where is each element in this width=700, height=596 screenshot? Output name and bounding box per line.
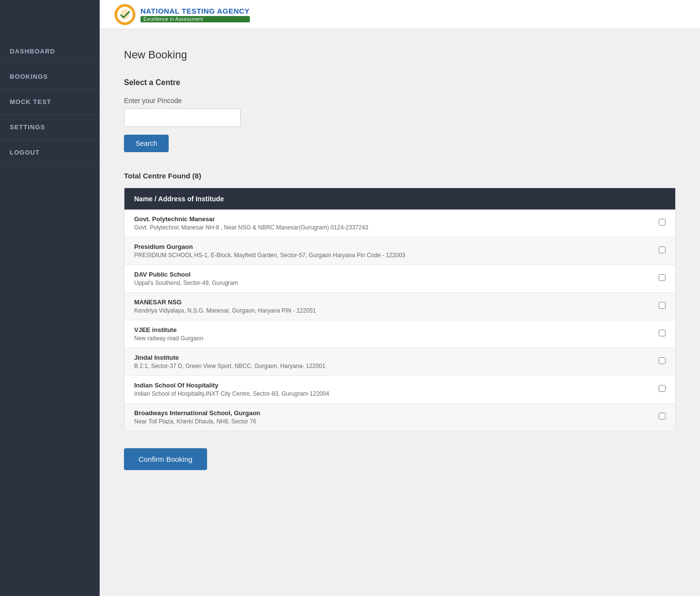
centre-address: Uppal's Southend, Sector-49, Gurugram	[134, 280, 639, 286]
centre-checkbox-cell	[649, 403, 676, 431]
table-row: Jindal InstituteB 2.1, Sector-37 D, Gree…	[124, 348, 676, 376]
pincode-label: Enter your Pincode	[124, 97, 676, 105]
table-checkbox-header	[649, 188, 676, 210]
centre-name: Indian School Of Hospitality	[134, 382, 639, 389]
centre-address: Kendriya Vidyalaya, N.S.G. Manesar, Gurg…	[134, 307, 639, 314]
centre-name: Presidium Gurgaon	[134, 243, 639, 250]
centre-address: Indian School of Hospitality,INXT City C…	[134, 390, 639, 397]
centre-select-checkbox[interactable]	[659, 219, 665, 226]
centre-info-cell: VJEE instituteNew railway road Gurgaon	[124, 320, 649, 348]
centre-select-checkbox[interactable]	[659, 246, 665, 253]
sidebar-item-mock-test[interactable]: MOCK TEST	[0, 89, 100, 115]
centre-address: PRESIDIUM SCHOOL HS-1, E-Block, Mayfield…	[134, 252, 639, 259]
svg-point-2	[121, 9, 129, 19]
centre-info-cell: Govt. Polytechnic ManesarGovt. Polytechn…	[124, 210, 649, 237]
main-content: NATIONAL TESTING AGENCY Excellence in As…	[100, 0, 700, 596]
confirm-booking-button[interactable]: Confirm Booking	[124, 448, 207, 470]
sidebar-item-dashboard[interactable]: DASHBOARD	[0, 39, 100, 64]
sidebar: DASHBOARD BOOKINGS MOCK TEST SETTINGS LO…	[0, 0, 100, 596]
table-row: MANESAR NSGKendriya Vidyalaya, N.S.G. Ma…	[124, 293, 676, 320]
table-row: Govt. Polytechnic ManesarGovt. Polytechn…	[124, 210, 676, 237]
centre-name: VJEE institute	[134, 326, 639, 333]
section-title: Select a Centre	[124, 78, 676, 87]
table-row: DAV Public SchoolUppal's Southend, Secto…	[124, 265, 676, 293]
centre-name: Jindal Institute	[134, 354, 639, 361]
search-button[interactable]: Search	[124, 135, 169, 152]
table-row: Indian School Of HospitalityIndian Schoo…	[124, 376, 676, 403]
centre-checkbox-cell	[649, 293, 676, 320]
logo-text: NATIONAL TESTING AGENCY Excellence in As…	[140, 7, 250, 22]
pincode-input[interactable]	[124, 108, 241, 127]
centre-name: DAV Public School	[134, 271, 639, 278]
page-title: New Booking	[124, 49, 676, 61]
centre-select-checkbox[interactable]	[659, 330, 665, 336]
centre-checkbox-cell	[649, 320, 676, 348]
centre-name: MANESAR NSG	[134, 298, 639, 306]
centre-address: B 2.1, Sector-37 D, Green View Sport, NB…	[134, 363, 639, 369]
logo-subtitle: Excellence in Assessment	[140, 16, 250, 22]
centre-checkbox-cell	[649, 376, 676, 403]
nta-logo-icon	[114, 4, 136, 25]
centre-checkbox-cell	[649, 237, 676, 265]
centre-select-checkbox[interactable]	[659, 357, 665, 364]
centre-address: New railway road Gurgaon	[134, 335, 639, 342]
centre-address: Govt. Polytechnic Manesar NH-8 , Near NS…	[134, 224, 639, 231]
table-row: Broadways International School, GurgaonN…	[124, 403, 676, 431]
total-centre-label: Total Centre Found (8)	[124, 172, 676, 180]
centre-table: Name / Address of Institude Govt. Polyte…	[124, 188, 676, 431]
centre-name: Broadways International School, Gurgaon	[134, 409, 639, 417]
table-row: VJEE instituteNew railway road Gurgaon	[124, 320, 676, 348]
centre-info-cell: Presidium GurgaonPRESIDIUM SCHOOL HS-1, …	[124, 237, 649, 265]
sidebar-item-bookings[interactable]: BOOKINGS	[0, 64, 100, 89]
centre-checkbox-cell	[649, 265, 676, 293]
logo: NATIONAL TESTING AGENCY Excellence in As…	[114, 4, 250, 25]
centre-info-cell: MANESAR NSGKendriya Vidyalaya, N.S.G. Ma…	[124, 293, 649, 320]
centre-checkbox-cell	[649, 348, 676, 376]
sidebar-item-settings[interactable]: SETTINGS	[0, 115, 100, 140]
table-row: Presidium GurgaonPRESIDIUM SCHOOL HS-1, …	[124, 237, 676, 265]
sidebar-item-logout[interactable]: LOGOUT	[0, 140, 100, 165]
logo-title: NATIONAL TESTING AGENCY	[140, 7, 250, 15]
centre-select-checkbox[interactable]	[659, 274, 665, 281]
header: NATIONAL TESTING AGENCY Excellence in As…	[100, 0, 700, 29]
centre-select-checkbox[interactable]	[659, 413, 665, 420]
centre-info-cell: Indian School Of HospitalityIndian Schoo…	[124, 376, 649, 403]
centre-info-cell: Jindal InstituteB 2.1, Sector-37 D, Gree…	[124, 348, 649, 376]
centre-select-checkbox[interactable]	[659, 302, 665, 309]
centre-name: Govt. Polytechnic Manesar	[134, 215, 639, 223]
centre-address: Near Toll Plaza, Kherki Dhaula, NH8, Sec…	[134, 418, 639, 425]
centre-info-cell: Broadways International School, GurgaonN…	[124, 403, 649, 431]
centre-checkbox-cell	[649, 210, 676, 237]
content-area: New Booking Select a Centre Enter your P…	[100, 29, 700, 490]
centre-info-cell: DAV Public SchoolUppal's Southend, Secto…	[124, 265, 649, 293]
centre-select-checkbox[interactable]	[659, 385, 665, 392]
table-header: Name / Address of Institude	[124, 188, 649, 210]
